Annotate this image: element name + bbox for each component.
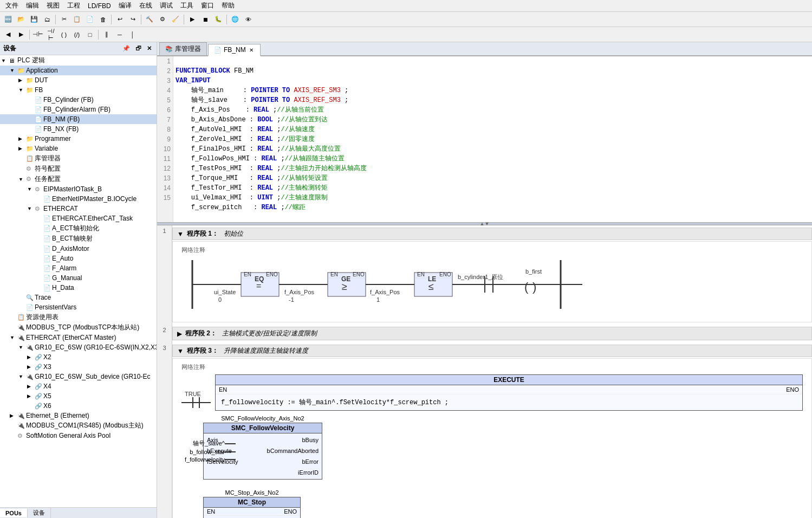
tb-run[interactable]: ▶ — [186, 14, 198, 25]
tree-eip-task[interactable]: ▼ ⚙ EIPMasterIOTask_B — [0, 184, 157, 194]
tab-lib-manager[interactable]: 📚 库管理器 — [159, 42, 207, 55]
tree-variable[interactable]: ▶ 📁 Variable — [0, 144, 157, 153]
arrow-x5[interactable]: ▶ — [27, 393, 35, 399]
arrow-dut[interactable]: ▶ — [18, 77, 26, 83]
tb2-ncoil[interactable]: (/) — [71, 29, 83, 41]
tree-g-manual[interactable]: 📄 G_Manual — [0, 273, 157, 283]
tb2-prev[interactable]: ◀ — [2, 29, 14, 41]
tree-task-config[interactable]: ▼ ⚙ 任务配置 — [0, 174, 157, 184]
tab-close-btn[interactable]: ✕ — [248, 47, 255, 53]
arrow-etc[interactable]: ▼ — [27, 206, 35, 211]
tb2-contact[interactable]: ⊣⊢ — [32, 29, 44, 41]
panel-close-icon[interactable]: ✕ — [145, 44, 153, 53]
tree-fb-nm[interactable]: 📄 FB_NM (FB) — [0, 114, 157, 124]
tree-plc-logic[interactable]: ▼ 🖥 PLC 逻辑 — [0, 55, 157, 66]
tree-fb-cylinder[interactable]: 📄 FB_Cylinder (FB) — [0, 95, 157, 105]
arrow-gr1[interactable]: ▼ — [18, 345, 26, 350]
menu-view[interactable]: 视图 — [43, 0, 63, 11]
tree-trace[interactable]: 🔍 Trace — [0, 293, 157, 302]
arrow-ethb[interactable]: ▶ — [10, 413, 17, 418]
tb-debug[interactable]: 🐛 — [212, 14, 224, 25]
tb2-fb[interactable]: □ — [84, 29, 96, 41]
tb2-coil[interactable]: ( ) — [58, 29, 70, 41]
tree-fb-cylinder-alarm[interactable]: 📄 FB_CylinderAlarm (FB) — [0, 105, 157, 114]
tree-resource-table[interactable]: 📋 资源使用表 — [0, 312, 157, 322]
tree-x3[interactable]: ▶ 🔗 X3 — [0, 362, 157, 372]
tree-application[interactable]: ▼ 📁 Application — [0, 66, 157, 75]
tree-etc-task[interactable]: 📄 ETHERCAT.EtherCAT_Task — [0, 213, 157, 223]
tb2-next[interactable]: ▶ — [15, 29, 27, 41]
tree-f-alarm[interactable]: 📄 F_Alarm — [0, 263, 157, 273]
arrow-plc[interactable]: ▼ — [1, 58, 9, 63]
editor-area[interactable]: 12345 678910 1112131415 FUNCTION_BLOCK F… — [157, 56, 812, 518]
tree-modbus-tcp[interactable]: 🔌 MODBUS_TCP (ModbusTCP本地从站) — [0, 322, 157, 333]
tree-d-axismotor[interactable]: 📄 D_AxisMotor — [0, 244, 157, 254]
tree-e-auto[interactable]: 📄 E_Auto — [0, 254, 157, 263]
tb-build[interactable]: 🔨 — [144, 14, 155, 25]
network2-header[interactable]: ▶ 程序段 2： 主轴模式更改/扭矩设定/速度限制 — [172, 327, 812, 340]
menu-compile[interactable]: 编译 — [115, 0, 135, 11]
tb-online[interactable]: 🌐 — [229, 14, 241, 25]
bottom-tab-pous[interactable]: POUs — [0, 509, 28, 517]
arrow-app[interactable]: ▼ — [10, 68, 17, 73]
tree-axis-init[interactable]: 📄 A_ECT轴初始化 — [0, 223, 157, 234]
tb2-wire-h[interactable]: ─ — [114, 29, 126, 41]
tb-undo[interactable]: ↩ — [114, 14, 126, 25]
tb-stop[interactable]: ⏹ — [199, 14, 211, 25]
tree-modbus-com1[interactable]: 🔌 MODBUS_COM1(RS485) (Modbus主站) — [0, 420, 157, 431]
tb-save[interactable]: 💾 — [28, 14, 40, 25]
tree-symbol-config[interactable]: ⚙ 符号配置 — [0, 164, 157, 174]
arrow-var[interactable]: ▶ — [18, 146, 26, 151]
menu-edit[interactable]: 编辑 — [23, 0, 42, 11]
arrow-grs[interactable]: ▼ — [18, 374, 26, 379]
tb-save-all[interactable]: 🗂 — [41, 14, 53, 25]
tb-watch[interactable]: 👁 — [242, 14, 254, 25]
tb-rebuild[interactable]: ⚙ — [157, 14, 168, 25]
bottom-tab-devices[interactable]: 设备 — [28, 508, 51, 518]
tree-gr10-6sw[interactable]: ▼ 🔌 GR10_EC_6SW (GR10-EC-6SW(IN,X2,X3) — [0, 342, 157, 352]
tree-ethercat-master[interactable]: ▼ 🔌 ETHERCAT (EtherCAT Master) — [0, 333, 157, 342]
network3-header[interactable]: ▼ 程序段 3： 升降轴速度跟随主轴旋转速度 — [172, 345, 812, 357]
tree-fb-nx[interactable]: 📄 FB_NX (FB) — [0, 124, 157, 134]
tb2-wire-v[interactable]: │ — [127, 29, 139, 41]
tree-persistent-vars[interactable]: 📄 PersistentVars — [0, 302, 157, 312]
tree-lib-mgr[interactable]: 📋 库管理器 — [0, 153, 157, 164]
tree-ethernet-b[interactable]: ▶ 🔌 Ethernet_B (Ethernet) — [0, 411, 157, 420]
tb-paste[interactable]: 📄 — [84, 14, 96, 25]
arrow-x3[interactable]: ▶ — [27, 364, 35, 370]
arrow-eip[interactable]: ▼ — [27, 186, 35, 192]
menu-online[interactable]: 在线 — [136, 0, 155, 11]
tree-ethercat[interactable]: ▼ ⚙ ETHERCAT — [0, 204, 157, 213]
tab-fb-nm[interactable]: 📄 FB_NM ✕ — [208, 44, 261, 56]
tb-redo[interactable]: ↪ — [127, 14, 139, 25]
tree-axis-map[interactable]: 📄 B_ECT轴映射 — [0, 234, 157, 244]
tb-new[interactable]: 🆕 — [2, 14, 14, 25]
tb-cut[interactable]: ✂ — [58, 14, 70, 25]
menu-ldfbd[interactable]: LD/FBD — [85, 1, 114, 11]
tree-softmotion[interactable]: ⚙ SoftMotion General Axis Pool — [0, 431, 157, 441]
arrow-x2[interactable]: ▶ — [27, 354, 35, 360]
tree-programmer[interactable]: ▶ 📁 Programmer — [0, 134, 157, 144]
tree-x6[interactable]: 🔗 X6 — [0, 401, 157, 411]
tb-open[interactable]: 📂 — [15, 14, 27, 25]
tree-x2[interactable]: ▶ 🔗 X2 — [0, 352, 157, 362]
tree-eip-cycle[interactable]: 📄 EtherNetIPMaster_B.IOCycle — [0, 194, 157, 204]
tree-h-data[interactable]: 📄 H_Data — [0, 283, 157, 293]
menu-debug[interactable]: 调试 — [157, 0, 176, 11]
arrow-task[interactable]: ▼ — [18, 177, 26, 182]
tb-delete[interactable]: 🗑 — [97, 14, 109, 25]
menu-tools[interactable]: 工具 — [177, 0, 197, 11]
tree-x5[interactable]: ▶ 🔗 X5 — [0, 391, 157, 401]
menu-project[interactable]: 工程 — [64, 0, 83, 11]
tree-gr10-sub[interactable]: ▼ 🔌 GR10_EC_6SW_Sub_device (GR10-Ec — [0, 372, 157, 381]
menu-help[interactable]: 帮助 — [218, 0, 238, 11]
tb-copy[interactable]: 📋 — [71, 14, 83, 25]
tree-fb[interactable]: ▼ 📁 FB — [0, 85, 157, 95]
code-content[interactable]: FUNCTION_BLOCK FB_NM VAR_INPUT 轴号_main :… — [173, 56, 812, 222]
network1-header[interactable]: ▼ 程序段 1： 初始位 — [172, 228, 812, 240]
arrow-x4[interactable]: ▶ — [27, 384, 35, 389]
arrow-fb[interactable]: ▼ — [18, 87, 26, 93]
tb-clean[interactable]: 🧹 — [170, 14, 181, 25]
tree-x4[interactable]: ▶ 🔗 X4 — [0, 381, 157, 391]
tb2-ncontact[interactable]: ⊣/⊢ — [45, 29, 57, 41]
